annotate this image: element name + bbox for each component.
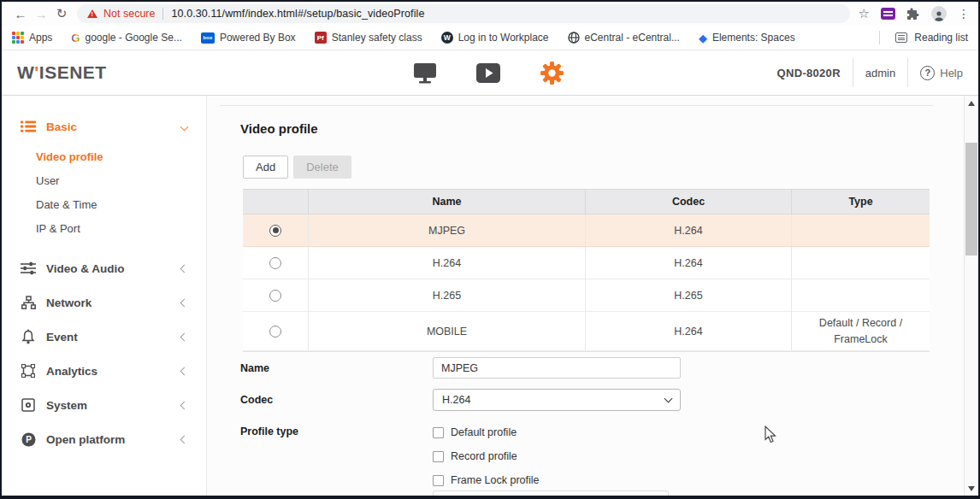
checkbox-icon[interactable] [433,475,444,486]
box-favicon: box [201,32,215,44]
header-codec: Codec [586,190,792,214]
delete-button[interactable]: Delete [293,156,351,179]
cell-name: MJPEG [309,214,586,246]
table-row-h265[interactable]: H.265 H.265 [243,279,930,312]
browser-window: ← → ↻ Not secure 10.0.30.11/wmf/index.ht… [0,0,980,499]
checkbox-record-profile[interactable]: Record profile [433,444,517,468]
bookmark-stanley[interactable]: Pf Stanley safety class [315,32,422,44]
vertical-scrollbar[interactable] [964,96,978,496]
elements-favicon: ◆ [699,32,707,44]
omnibox-divider [162,8,163,20]
forward-icon[interactable]: → [31,7,51,21]
logged-in-user[interactable]: admin [865,67,895,79]
bookmark-box[interactable]: box Powered By Box [201,32,296,44]
cell-type [792,247,930,279]
browser-menu-icon[interactable]: ⋮ [958,7,970,21]
page-title: Video profile [240,121,318,136]
sidebar-item-video-audio[interactable]: Video & Audio [2,251,206,285]
sidebar-item-ip-port[interactable]: IP & Port [2,217,206,241]
scrollbar-thumb[interactable] [965,143,977,255]
svg-text:P: P [26,435,32,444]
mouse-cursor [765,426,776,443]
device-model-label: QND-8020R [777,67,841,79]
reading-list-label: Reading list [914,32,968,44]
checkbox-label: Default profile [451,426,517,438]
bookmark-elements[interactable]: ◆ Elements: Spaces [699,32,795,44]
sidebar-item-event[interactable]: Event [2,320,206,354]
cell-name: MOBILE [309,312,586,350]
back-icon[interactable]: ← [10,7,31,21]
sidebar-item-video-profile[interactable]: Video profile [2,145,206,169]
sidebar-item-basic[interactable]: Basic [2,114,206,138]
system-gear-icon [21,398,36,412]
add-button[interactable]: Add [243,156,288,179]
bookmark-label: eCentral - eCentral... [585,32,680,44]
open-platform-icon: P [21,432,36,447]
codec-selected-value: H.264 [442,394,470,406]
playback-icon[interactable] [475,62,501,84]
row-radio-selected[interactable] [269,225,281,237]
help-label: Help [940,67,963,79]
reading-list-button[interactable]: Reading list [879,31,968,44]
bookmark-google[interactable]: G google - Google Se... [71,32,182,44]
sidebar-item-open-platform[interactable]: P Open platform [2,422,206,456]
checkbox-icon[interactable] [433,451,444,462]
name-label: Name [240,362,269,374]
bookmark-label: Log in to Workplace [458,32,549,44]
checkbox-frame-lock-profile[interactable]: Frame Lock profile [433,468,540,492]
sidebar-label-basic: Basic [46,120,77,133]
bell-icon [21,329,36,344]
clipped-field[interactable] [433,490,669,496]
wisenet-logo: W'ISENET [17,62,107,83]
table-actions: Add Delete [243,156,351,179]
sidebar-item-system[interactable]: System [2,388,206,422]
checkbox-icon[interactable] [433,427,444,438]
chevron-left-icon [180,298,189,307]
table-row-mobile[interactable]: MOBILE H.264 Default / Record / FrameLoc… [243,312,930,351]
live-monitor-icon[interactable] [412,62,438,85]
scroll-up-icon[interactable] [968,101,975,106]
sidebar-item-analytics[interactable]: Analytics [2,354,206,388]
bookmark-star-icon[interactable]: ☆ [859,6,870,21]
google-favicon: G [71,32,80,44]
name-input[interactable] [433,357,681,379]
checkbox-default-profile[interactable]: Default profile [433,420,517,444]
bookmark-ecentral[interactable]: eCentral - eCentral... [568,32,680,44]
header-right: QND-8020R admin ? Help [777,58,963,87]
bookmarks-bar: Apps G google - Google Se... box Powered… [2,26,978,50]
sidebar-item-network[interactable]: Network [2,285,206,320]
setup-gear-icon[interactable] [539,60,565,86]
browser-toolbar: ← → ↻ Not secure 10.0.30.11/wmf/index.ht… [2,2,978,26]
header-divider [853,58,853,87]
refresh-icon[interactable]: ↻ [51,6,72,21]
address-bar[interactable]: Not secure 10.0.30.11/wmf/index.html#/se… [77,4,850,23]
extensions-puzzle-icon[interactable] [906,7,920,21]
help-icon: ? [920,66,935,80]
header-mode-icons [412,60,565,86]
select-chevron-icon [664,395,673,403]
cell-codec: H.264 [586,214,792,246]
row-radio[interactable] [269,257,281,269]
bookmark-apps[interactable]: Apps [12,32,52,44]
header-select-column [243,190,309,214]
app-header: W'ISENET Q [2,50,978,96]
analytics-frame-icon [21,364,36,378]
sidebar-label: Open platform [46,433,125,446]
help-button[interactable]: ? Help [920,66,963,80]
bookmarks-divider [879,31,880,44]
url-text[interactable]: 10.0.30.11/wmf/index.html#/setup/basic_v… [171,8,424,20]
codec-select[interactable]: H.264 [433,389,681,411]
not-secure-label[interactable]: Not secure [103,8,155,20]
purple-extension-icon[interactable] [881,8,895,20]
row-radio[interactable] [269,290,281,302]
sidebar-item-user[interactable]: User [2,169,206,193]
profile-type-label: Profile type [240,426,298,437]
profile-avatar-icon[interactable] [931,6,947,21]
scroll-down-icon[interactable] [968,486,975,491]
table-row-h264[interactable]: H.264 H.264 [243,247,930,279]
bookmark-workplace[interactable]: W Log in to Workplace [441,32,549,44]
row-radio[interactable] [269,326,281,338]
sidebar-label: Network [46,296,92,309]
sidebar-item-date-time[interactable]: Date & Time [2,193,206,217]
table-row-mjpeg[interactable]: MJPEG H.264 [243,214,930,247]
